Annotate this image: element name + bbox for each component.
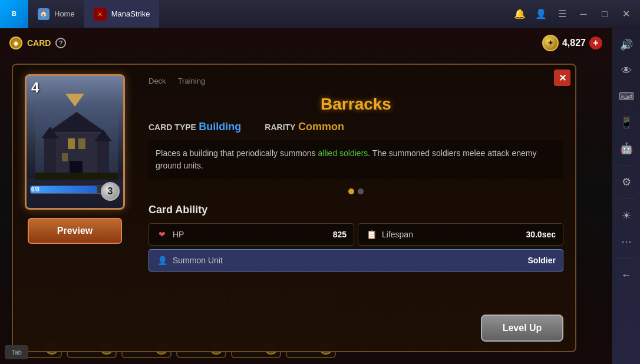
- card-level-badge: 3: [101, 182, 120, 201]
- card-diamond-icon: ◆: [9, 37, 22, 49]
- brightness-icon[interactable]: ☀: [616, 205, 637, 226]
- svg-rect-10: [70, 161, 83, 174]
- dot-1: [348, 188, 354, 194]
- card-text: CARD: [27, 38, 51, 48]
- description-highlight: allied soldiers: [318, 148, 368, 158]
- ability-lifespan-row: 📋 Lifespan 30.0sec: [358, 223, 563, 246]
- home-icon: 🏠: [38, 8, 50, 20]
- home-tab[interactable]: 🏠 Home: [28, 0, 84, 28]
- rarity-section: RARITY Common: [265, 121, 344, 133]
- gold-currency: ✦ 4,827 +: [542, 35, 602, 51]
- game-tab[interactable]: ⚔ ManaStrike: [84, 0, 160, 28]
- card-type-section: CARD TYPE Building: [149, 121, 241, 133]
- game-topbar: ◆ CARD ? ✦ 4,827 +: [0, 28, 612, 58]
- robot-icon[interactable]: 🤖: [616, 138, 637, 159]
- svg-rect-11: [35, 173, 118, 180]
- card-level-text: 6/8: [31, 186, 39, 193]
- titlebar-controls: 🔔 👤 ☰ ─ □ ✕: [513, 7, 640, 21]
- main-card: 4 6/8 3: [25, 74, 125, 210]
- close-button[interactable]: ✕: [619, 7, 633, 21]
- rarity-label: RARITY: [265, 123, 295, 132]
- summon-label: Summon Unit: [173, 256, 523, 265]
- card-type-label: CARD TYPE: [149, 123, 196, 132]
- lifespan-icon: 📋: [365, 229, 377, 240]
- training-tab[interactable]: Training: [178, 74, 205, 88]
- card-arrow: [65, 94, 84, 107]
- game-area: 3 3 4 4 3 2 3 3 4 3 3 2: [0, 28, 612, 364]
- grid-icon[interactable]: ⋯: [616, 231, 637, 252]
- maximize-button[interactable]: □: [598, 7, 612, 21]
- phone-icon[interactable]: 📱: [616, 112, 637, 133]
- ability-summon-row: 👤 Summon Unit Soldier: [149, 249, 563, 272]
- ability-grid: ❤ HP 825 📋 Lifespan 30.0sec 👤 Summon Uni…: [149, 223, 563, 272]
- divider2: [618, 198, 635, 199]
- card-level-fill: [31, 186, 97, 193]
- deck-tab[interactable]: Deck: [149, 74, 166, 88]
- card-label: ◆ CARD ?: [9, 37, 66, 49]
- card-type-row: CARD TYPE Building RARITY Common: [149, 121, 563, 133]
- level-up-button[interactable]: Level Up: [481, 315, 563, 342]
- gold-icon: ✦: [542, 35, 559, 51]
- game-background: 3 3 4 4 3 2 3 3 4 3 3 2: [0, 28, 612, 364]
- lifespan-value: 30.0sec: [526, 230, 556, 239]
- gold-add-button[interactable]: +: [589, 37, 602, 49]
- card-detail-panel: ✕: [12, 64, 576, 352]
- hp-value: 825: [333, 230, 347, 239]
- svg-rect-9: [62, 153, 68, 161]
- divider3: [618, 258, 635, 259]
- card-description: Places a building that periodically summ…: [149, 140, 563, 179]
- help-icon[interactable]: ?: [55, 38, 66, 48]
- settings-icon[interactable]: ⚙: [616, 171, 637, 193]
- home-tab-label: Home: [54, 9, 75, 18]
- bluestacks-logo: B: [0, 0, 28, 28]
- eye-icon[interactable]: 👁: [616, 60, 637, 81]
- description-text-1: Places a building that periodically summ…: [156, 148, 318, 158]
- ability-hp-row: ❤ HP 825: [149, 223, 354, 246]
- panel-title: Barracks: [149, 95, 563, 114]
- card-mana-cost: 4: [31, 80, 39, 96]
- menu-icon[interactable]: ☰: [555, 7, 569, 21]
- titlebar: B 🏠 Home ⚔ ManaStrike 🔔 👤 ☰ ─ □ ✕: [0, 0, 640, 28]
- right-sidebar: 🔊 👁 ⌨ 📱 🤖 ⚙ ☀ ⋯ ←: [612, 28, 640, 364]
- svg-rect-8: [78, 138, 85, 149]
- divider: [618, 165, 635, 166]
- card-right-section: Deck Training Barracks CARD TYPE Buildin…: [137, 65, 575, 351]
- keyboard-icon[interactable]: ⌨: [616, 86, 637, 107]
- card-type-value: Building: [199, 121, 241, 133]
- bottom-tab[interactable]: Tab: [5, 345, 28, 359]
- back-icon[interactable]: ←: [616, 264, 637, 286]
- summon-value: Soldier: [528, 256, 556, 265]
- gold-amount: 4,827: [562, 38, 586, 48]
- lifespan-label: Lifespan: [382, 230, 521, 239]
- building-illustration: [35, 103, 118, 180]
- titlebar-tabs: 🏠 Home ⚔ ManaStrike: [28, 0, 513, 28]
- rarity-value: Common: [298, 121, 344, 133]
- hp-label: HP: [173, 230, 328, 239]
- card-left-section: 4 6/8 3 Preview: [13, 65, 137, 351]
- svg-rect-7: [68, 138, 75, 149]
- deck-tabs: Deck Training: [149, 74, 563, 88]
- game-tab-label: ManaStrike: [111, 9, 150, 18]
- svg-rect-5: [97, 141, 109, 174]
- hp-icon: ❤: [156, 229, 168, 240]
- card-ability-title: Card Ability: [149, 204, 563, 216]
- minimize-button[interactable]: ─: [576, 7, 590, 21]
- dot-2: [358, 188, 364, 194]
- game-icon: ⚔: [94, 8, 107, 21]
- preview-button[interactable]: Preview: [28, 218, 122, 244]
- close-panel-button[interactable]: ✕: [554, 70, 570, 86]
- dot-indicators: [149, 186, 563, 197]
- volume-icon[interactable]: 🔊: [616, 34, 637, 55]
- bell-icon[interactable]: 🔔: [513, 7, 527, 21]
- account-icon[interactable]: 👤: [534, 7, 548, 21]
- bottom-row: Level Up: [149, 315, 563, 342]
- svg-rect-3: [44, 138, 56, 174]
- summon-icon: 👤: [156, 254, 168, 266]
